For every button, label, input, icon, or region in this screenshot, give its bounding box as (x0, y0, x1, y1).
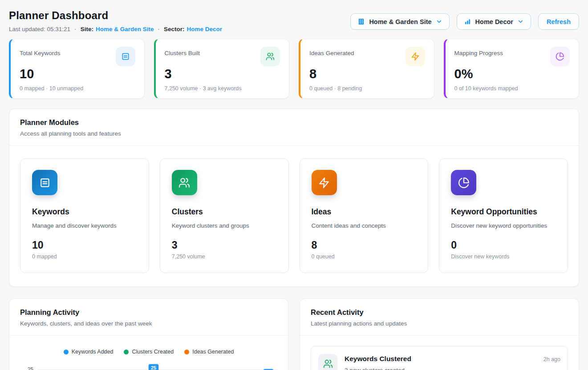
document-icon (116, 47, 135, 66)
stat-label: Clusters Built (165, 47, 200, 56)
pie-chart-icon (451, 170, 476, 195)
legend-dot (124, 350, 129, 354)
separator-dot: · (158, 26, 160, 32)
planning-activity-chart: Keywords Added Clusters Created Ideas Ge… (9, 349, 288, 370)
separator-dot: · (74, 26, 77, 32)
stat-card-clusters-built: Clusters Built 3 7,250 volume · 3 avg ke… (154, 39, 290, 99)
stat-card-total-keywords: Total Keywords 10 0 mapped · 10 unmapped (9, 39, 145, 99)
recent-activity-panel: Recent Activity Latest planning actions … (300, 298, 579, 370)
stat-caption: 7,250 volume · 3 avg keywords (165, 85, 280, 92)
sector-selector-dropdown[interactable]: Home Decor (457, 13, 531, 30)
module-title: Keyword Opportunities (451, 207, 556, 217)
topbar-left: Planner Dashboard Last updated: 05:31:21… (9, 9, 222, 32)
stat-label: Mapping Progress (454, 47, 503, 56)
activity-timestamp: 2h ago (543, 354, 560, 370)
activity-description: 3 new clusters created (345, 367, 536, 370)
panel-header: Planning Activity Keywords, clusters, an… (9, 299, 288, 336)
page-title: Planner Dashboard (9, 9, 222, 22)
module-card-keywords[interactable]: Keywords Manage and discover keywords 10… (20, 158, 149, 273)
legend-label: Keywords Added (72, 349, 114, 355)
y-axis-tick: 25 (20, 366, 33, 370)
panel-header: Recent Activity Latest planning actions … (300, 299, 579, 336)
site-selector-value: Home & Garden Site (369, 18, 431, 25)
legend-dot (184, 350, 189, 354)
section-title: Planner Modules (20, 118, 568, 127)
site-label: Site: (81, 26, 93, 32)
module-value: 0 (451, 239, 556, 251)
stats-row: Total Keywords 10 0 mapped · 10 unmapped… (9, 39, 579, 99)
last-updated-text: Last updated: 05:31:21 (9, 26, 70, 32)
section-subtitle: Access all planning tools and features (20, 130, 568, 137)
topbar: Planner Dashboard Last updated: 05:31:21… (9, 0, 579, 32)
stat-label: Total Keywords (20, 47, 61, 56)
module-description: Discover new keyword opportunities (451, 222, 556, 229)
planner-modules-panel: Planner Modules Access all planning tool… (9, 109, 579, 287)
module-caption: 0 mapped (32, 253, 137, 260)
module-description: Keyword clusters and groups (172, 222, 277, 229)
topbar-actions: Home & Garden Site Home Decor (350, 13, 579, 30)
modules-grid: Keywords Manage and discover keywords 10… (9, 146, 579, 286)
module-caption: 0 queued (312, 253, 417, 260)
module-description: Manage and discover keywords (32, 222, 137, 229)
activity-content: Keywords Clustered 3 new clusters create… (345, 354, 536, 370)
legend-dot (64, 350, 69, 354)
module-card-keyword-opportunities[interactable]: Keyword Opportunities Discover new keywo… (439, 158, 568, 273)
module-card-ideas[interactable]: Ideas Content ideas and concepts 8 0 que… (300, 158, 429, 273)
bar-chart-icon (464, 18, 471, 25)
planning-activity-panel: Planning Activity Keywords, clusters, an… (9, 298, 288, 370)
sector-selector-value: Home Decor (475, 18, 513, 25)
sector-label: Sector: (164, 26, 185, 32)
section-title: Recent Activity (311, 308, 568, 317)
site-link[interactable]: Home & Garden Site (96, 26, 154, 32)
module-card-clusters[interactable]: Clusters Keyword clusters and groups 3 7… (160, 158, 289, 273)
activity-title: Keywords Clustered (345, 354, 536, 363)
users-icon (172, 170, 197, 195)
chart-plot-area: 25 24 (38, 361, 277, 370)
chevron-down-icon (517, 18, 524, 25)
pie-chart-icon (550, 47, 570, 66)
users-icon (318, 354, 337, 370)
data-point-label: 25 (148, 364, 159, 370)
module-title: Keywords (32, 207, 137, 217)
bottom-row: Planning Activity Keywords, clusters, an… (9, 298, 579, 370)
section-subtitle: Latest planning actions and updates (311, 320, 568, 327)
stat-caption: 0 queued · 8 pending (309, 85, 425, 92)
zap-icon (406, 47, 425, 66)
module-value: 8 (312, 239, 417, 251)
document-icon (32, 170, 57, 195)
stat-value: 0% (454, 67, 570, 81)
sector-link[interactable]: Home Decor (187, 26, 222, 32)
stat-caption: 0 of 10 keywords mapped (454, 85, 570, 92)
stat-card-ideas-generated: Ideas Generated 8 0 queued · 8 pending (299, 39, 434, 99)
users-icon (260, 47, 280, 66)
refresh-button[interactable]: Refresh (538, 13, 579, 30)
stat-value: 10 (20, 67, 135, 81)
stat-value: 3 (165, 67, 280, 81)
site-meta: Site: Home & Garden Site (81, 26, 154, 32)
chart-legend: Keywords Added Clusters Created Ideas Ge… (20, 349, 277, 355)
chevron-down-icon (436, 18, 442, 25)
stat-card-mapping-progress: Mapping Progress 0% 0 of 10 keywords map… (444, 39, 580, 99)
module-caption: Discover new keywords (451, 253, 556, 260)
legend-label: Clusters Created (132, 349, 174, 355)
legend-item-ideas-generated: Ideas Generated (184, 349, 234, 355)
sector-meta: Sector: Home Decor (164, 26, 222, 32)
site-selector-dropdown[interactable]: Home & Garden Site (350, 13, 449, 30)
breadcrumb: Last updated: 05:31:21 · Site: Home & Ga… (9, 26, 222, 32)
section-title: Planning Activity (20, 308, 277, 317)
stat-caption: 0 mapped · 10 unmapped (20, 85, 135, 92)
legend-item-keywords-added: Keywords Added (64, 349, 114, 355)
module-caption: 7,250 volume (172, 253, 277, 260)
planner-dashboard-page: Planner Dashboard Last updated: 05:31:21… (0, 0, 588, 370)
panel-header: Planner Modules Access all planning tool… (9, 109, 579, 146)
module-value: 3 (172, 239, 277, 251)
module-title: Ideas (312, 207, 417, 217)
chart-plot: 25 25 24 (20, 361, 277, 370)
activity-item-keywords-clustered: Keywords Clustered 3 new clusters create… (311, 346, 568, 370)
stat-value: 8 (309, 67, 425, 81)
module-value: 10 (32, 239, 137, 251)
legend-item-clusters-created: Clusters Created (124, 349, 174, 355)
zap-icon (312, 170, 337, 195)
building-icon (357, 18, 365, 25)
module-title: Clusters (172, 207, 277, 217)
